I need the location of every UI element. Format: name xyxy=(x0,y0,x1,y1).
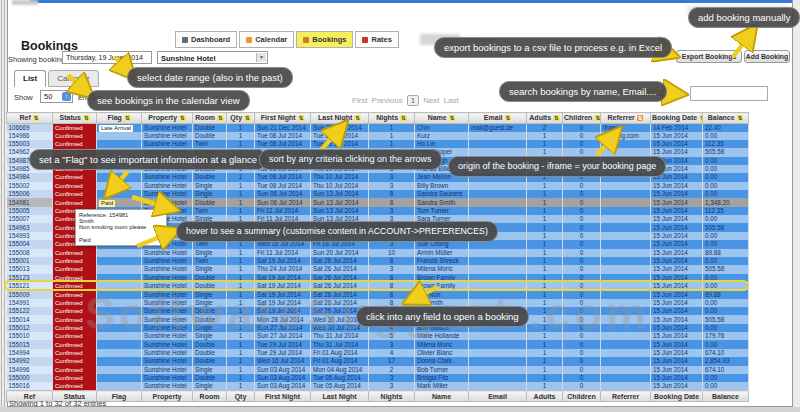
cell-children[interactable]: 0 xyxy=(563,190,601,198)
cell-adults[interactable]: 1 xyxy=(527,374,563,382)
cell-status[interactable]: Confirmed xyxy=(53,340,97,348)
cell-room[interactable]: Single xyxy=(193,299,227,307)
cell-referrer[interactable] xyxy=(601,290,651,298)
cell-children[interactable]: 0 xyxy=(563,265,601,273)
cell-property[interactable]: Sunshine Hotel xyxy=(142,265,193,273)
cell-adults[interactable]: 1 xyxy=(527,257,563,265)
cell-booking-date[interactable]: 15 Jun 2014 xyxy=(651,249,703,257)
cell-name[interactable]: Tom Turner xyxy=(415,207,469,215)
cell-ref[interactable]: 155016 xyxy=(7,382,53,391)
column-header-status[interactable]: Status⇅ xyxy=(53,113,97,124)
cell-property[interactable]: Sunshine Hotel xyxy=(142,307,193,315)
pagination-1[interactable]: 1 xyxy=(407,95,419,106)
cell-children[interactable]: 0 xyxy=(563,315,601,323)
cell-balance[interactable]: 505.58 xyxy=(703,223,749,231)
cell-ref[interactable]: 155014 xyxy=(7,315,53,323)
cell-referrer[interactable] xyxy=(601,366,651,374)
cell-name[interactable]: Milena Moric xyxy=(415,265,469,273)
cell-children[interactable]: 0 xyxy=(563,374,601,382)
cell-property[interactable]: Sunshine Hotel xyxy=(142,340,193,348)
cell-name[interactable]: Milena Moric xyxy=(415,340,469,348)
cell-status[interactable]: Confirmed xyxy=(53,132,97,140)
cell-booking-date[interactable]: 15 Jun 2014 xyxy=(651,382,703,391)
cell-flag[interactable] xyxy=(97,265,142,273)
sort-icon[interactable]: ⇅ xyxy=(637,115,644,121)
cell-room[interactable]: Double xyxy=(193,282,227,290)
cell-email[interactable] xyxy=(469,207,527,215)
nav-tab-rates[interactable]: Rates xyxy=(355,31,398,48)
cell-status[interactable]: Confirmed xyxy=(53,249,97,257)
column-header-email[interactable]: Email⇅ xyxy=(469,113,527,124)
cell-property[interactable]: Sunshine Hotel xyxy=(142,190,193,198)
cell-first-night[interactable]: Sat 19 Jul 2014 xyxy=(255,257,311,265)
cell-room[interactable]: Single xyxy=(193,265,227,273)
cell-balance[interactable]: 179.76 xyxy=(703,332,749,340)
cell-referrer[interactable] xyxy=(601,324,651,332)
cell-children[interactable]: 0 xyxy=(563,198,601,206)
cell-booking-date[interactable]: 15 Jun 2014 xyxy=(651,140,703,148)
cell-balance[interactable]: 89.88 xyxy=(703,249,749,257)
cell-booking-date[interactable]: 15 Jun 2014 xyxy=(651,307,703,315)
cell-qty[interactable]: 1 xyxy=(227,140,255,148)
cell-referrer[interactable] xyxy=(601,182,651,190)
cell-balance[interactable]: 22.40 xyxy=(703,123,749,132)
cell-first-night[interactable]: Sun 27 Jul 2014 xyxy=(255,324,311,332)
cell-first-night[interactable]: Fri 11 Jul 2014 xyxy=(255,249,311,257)
cell-last-night[interactable]: Sun 13 Jul 2014 xyxy=(311,198,369,206)
cell-ref[interactable]: 155007 xyxy=(7,215,53,223)
cell-last-night[interactable]: Thu 10 Jul 2014 xyxy=(311,173,369,181)
nav-tab-dashboard[interactable]: Dashboard xyxy=(175,31,237,48)
cell-balance[interactable]: 0.00 xyxy=(703,307,749,315)
sort-icon[interactable]: ⇅ xyxy=(449,115,456,121)
cell-booking-date[interactable]: 15 Jun 2014 xyxy=(651,274,703,282)
cell-balance[interactable]: 0.00 xyxy=(703,257,749,265)
cell-first-night[interactable]: Tue 08 Jul 2014 xyxy=(255,182,311,190)
cell-email[interactable] xyxy=(469,332,527,340)
cell-last-night[interactable]: Sun 13 Jul 2014 xyxy=(311,190,369,198)
cell-property[interactable]: Sunshine Hotel xyxy=(142,274,193,282)
cell-qty[interactable]: 1 xyxy=(227,173,255,181)
cell-flag[interactable] xyxy=(97,349,142,357)
cell-flag[interactable] xyxy=(97,357,142,365)
cell-adults[interactable]: 1 xyxy=(527,366,563,374)
cell-referrer[interactable] xyxy=(601,198,651,206)
cell-ref[interactable]: 155013 xyxy=(7,265,53,273)
cell-first-night[interactable]: Thu 24 Jul 2014 xyxy=(255,265,311,273)
cell-status[interactable]: Confirmed xyxy=(53,274,97,282)
cell-balance[interactable]: 0.00 xyxy=(703,157,749,165)
cell-qty[interactable]: 1 xyxy=(227,382,255,391)
cell-room[interactable]: Double xyxy=(193,307,227,315)
cell-ref[interactable]: 155004 xyxy=(7,240,53,248)
cell-booking-date[interactable]: 14 Feb 2014 xyxy=(651,123,703,132)
cell-referrer[interactable] xyxy=(601,349,651,357)
cell-children[interactable]: 0 xyxy=(563,366,601,374)
cell-qty[interactable]: 1 xyxy=(227,374,255,382)
cell-last-night[interactable]: Thu 10 Jul 2014 xyxy=(311,182,369,190)
cell-property[interactable]: Sunshine Hotel xyxy=(142,290,193,298)
cell-status[interactable]: Confirmed xyxy=(53,374,97,382)
cell-name[interactable]: Brown Family xyxy=(415,274,469,282)
cell-qty[interactable]: 1 xyxy=(227,132,255,140)
cell-flag[interactable] xyxy=(97,307,142,315)
cell-last-night[interactable]: Sat 26 Jul 2014 xyxy=(311,290,369,298)
cell-children[interactable]: 0 xyxy=(563,299,601,307)
cell-qty[interactable]: 1 xyxy=(227,265,255,273)
cell-children[interactable]: 0 xyxy=(563,290,601,298)
cell-ref[interactable]: 155015 xyxy=(7,340,53,348)
cell-booking-date[interactable]: 15 Jun 2014 xyxy=(651,299,703,307)
cell-booking-date[interactable]: 15 Jun 2014 xyxy=(651,332,703,340)
cell-qty[interactable]: 1 xyxy=(227,357,255,365)
cell-room[interactable]: Double xyxy=(193,132,227,140)
cell-flag[interactable] xyxy=(97,140,142,148)
column-header-name[interactable]: Name⇅ xyxy=(415,113,469,124)
cell-email[interactable] xyxy=(469,349,527,357)
sort-icon[interactable]: ⇅ xyxy=(217,115,224,121)
cell-referrer[interactable] xyxy=(601,215,651,223)
cell-children[interactable]: 0 xyxy=(563,207,601,215)
cell-nights[interactable]: 3 xyxy=(369,340,415,348)
cell-room[interactable]: Double xyxy=(193,123,227,132)
cell-email[interactable] xyxy=(469,249,527,257)
cell-name[interactable]: Mark Miller xyxy=(415,382,469,391)
cell-room[interactable]: Single xyxy=(193,190,227,198)
cell-booking-date[interactable]: 15 Jun 2014 xyxy=(651,357,703,365)
